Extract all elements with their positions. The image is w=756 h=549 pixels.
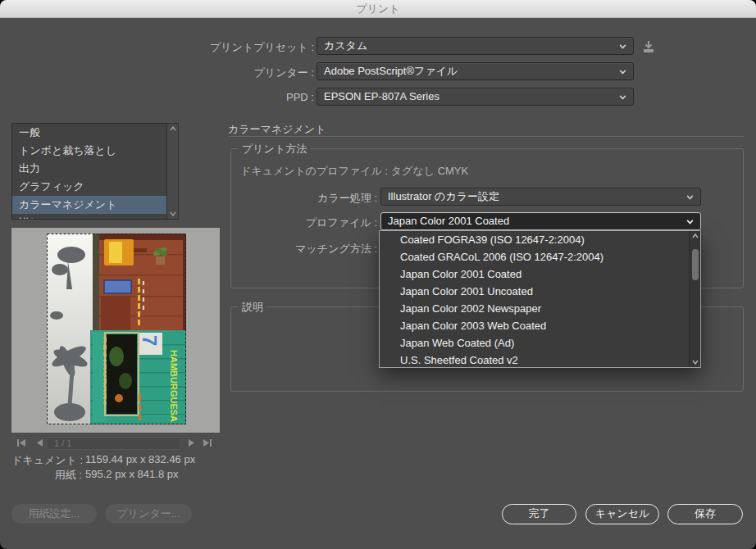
color-handling-label: カラー処理 : — [246, 191, 377, 206]
previous-page-icon[interactable] — [34, 438, 44, 447]
chevron-down-icon — [620, 93, 626, 100]
profile-label: プロファイル : — [246, 216, 377, 230]
profile-value: Japan Color 2001 Coated — [388, 215, 509, 227]
print-preset-label: プリントプリセット : — [148, 40, 314, 55]
color-handling-value: Illustrator のカラー設定 — [388, 190, 499, 202]
paper-size-value: 595.2 px x 841.8 px — [85, 468, 178, 483]
preview-navigation: 1 / 1 — [11, 437, 220, 450]
first-page-icon[interactable] — [16, 438, 26, 447]
document-size-value: 1159.44 px x 832.46 px — [85, 453, 195, 468]
artwork-preview: RESTAURANT 7 HAMBURGUESA — [47, 234, 186, 424]
scroll-down-icon[interactable] — [170, 211, 176, 216]
dropdown-scrollbar[interactable] — [689, 231, 700, 367]
scroll-down-icon[interactable] — [692, 360, 699, 365]
chevron-down-icon — [620, 68, 626, 75]
description-group-title: 説明 — [238, 300, 267, 315]
profile-option[interactable]: U.S. Sheetfed Coated v2 — [380, 352, 690, 368]
print-preset-select[interactable]: カスタム — [317, 37, 634, 55]
page-indicator: 1 / 1 — [54, 438, 71, 448]
chevron-down-icon — [687, 218, 694, 225]
document-size-line: ドキュメント : 1159.44 px x 832.46 px — [11, 453, 220, 468]
profile-option[interactable]: Japan Color 2002 Newspaper — [380, 300, 690, 317]
print-method-group-title: プリント方法 — [238, 142, 311, 157]
sidebar-item-advanced[interactable]: 詳細 — [12, 214, 167, 220]
sidebar-item-color-management[interactable]: カラーマネジメント — [12, 196, 167, 214]
scroll-up-icon[interactable] — [170, 126, 176, 131]
chevron-down-icon — [687, 193, 694, 200]
paper-size-line: 用紙 : 595.2 px x 841.8 px — [11, 468, 220, 483]
done-button[interactable]: 完了 — [502, 504, 576, 524]
sidebar-scrollbar[interactable] — [166, 124, 178, 219]
print-preset-value: カスタム — [324, 39, 367, 52]
print-dialog: プリント プリントプリセット : カスタム プリンター : Adobe Post… — [0, 0, 756, 549]
sidebar-item-marks-bleed[interactable]: トンボと裁ち落とし — [12, 142, 167, 160]
profile-option[interactable]: Japan Color 2001 Uncoated — [380, 283, 690, 300]
rendering-intent-label: マッチング方法 : — [246, 242, 377, 256]
printer-label: プリンター : — [148, 66, 314, 80]
ppd-label: PPD : — [148, 91, 314, 103]
section-divider — [228, 136, 744, 137]
page-setup-button[interactable]: 用紙設定... — [11, 504, 97, 524]
sidebar-item-output[interactable]: 出力 — [12, 160, 167, 178]
profile-option[interactable]: Japan Color 2003 Web Coated — [380, 317, 690, 334]
hamburguesa-sign-text: HAMBURGUESA — [169, 350, 179, 422]
print-preview-panel: RESTAURANT 7 HAMBURGUESA — [11, 228, 220, 433]
scroll-up-icon[interactable] — [692, 234, 699, 238]
paper-size-label: 用紙 : — [11, 468, 82, 483]
document-profile-line: ドキュメントのプロファイル : タグなし CMYK — [240, 164, 468, 179]
printer-value: Adobe PostScript®ファイル — [324, 65, 458, 77]
scrollbar-thumb[interactable] — [692, 249, 699, 280]
profile-option[interactable]: Japan Color 2001 Coated — [380, 265, 690, 283]
ppd-select[interactable]: EPSON EP-807A Series — [317, 88, 634, 106]
section-title: カラーマネジメント — [228, 122, 326, 137]
save-preset-icon[interactable] — [640, 39, 657, 55]
chevron-down-icon — [620, 43, 626, 49]
ppd-value: EPSON EP-807A Series — [324, 90, 439, 102]
dialog-title: プリント — [356, 2, 399, 16]
printer-settings-button[interactable]: プリンター... — [105, 504, 192, 524]
sidebar-item-graphics[interactable]: グラフィック — [12, 178, 167, 196]
cancel-button[interactable]: キャンセル — [585, 504, 659, 524]
page-indicator-field[interactable]: 1 / 1 — [47, 437, 181, 450]
save-button[interactable]: 保存 — [667, 504, 743, 524]
next-page-icon[interactable] — [187, 438, 197, 447]
profile-option[interactable]: Japan Web Coated (Ad) — [380, 334, 690, 352]
profile-option[interactable]: Coated GRACoL 2006 (ISO 12647-2:2004) — [380, 248, 690, 265]
printer-select[interactable]: Adobe PostScript®ファイル — [317, 62, 634, 80]
print-options-list: 一般 トンボと裁ち落とし 出力 グラフィック カラーマネジメント 詳細 — [11, 123, 179, 220]
last-page-icon[interactable] — [203, 438, 212, 447]
profile-dropdown-menu: Coated FOGRA39 (ISO 12647-2:2004) Coated… — [379, 230, 701, 368]
document-profile-label: ドキュメントのプロファイル : — [240, 165, 388, 177]
profile-select[interactable]: Japan Color 2001 Coated — [380, 212, 701, 230]
color-handling-select[interactable]: Illustrator のカラー設定 — [380, 188, 701, 206]
title-bar: プリント — [0, 0, 756, 18]
document-profile-value: タグなし CMYK — [391, 165, 468, 177]
profile-option[interactable]: Coated FOGRA39 (ISO 12647-2:2004) — [380, 231, 690, 248]
document-size-label: ドキュメント : — [11, 453, 82, 468]
seven-sign-text: 7 — [139, 335, 161, 346]
sidebar-item-general[interactable]: 一般 — [12, 124, 167, 142]
